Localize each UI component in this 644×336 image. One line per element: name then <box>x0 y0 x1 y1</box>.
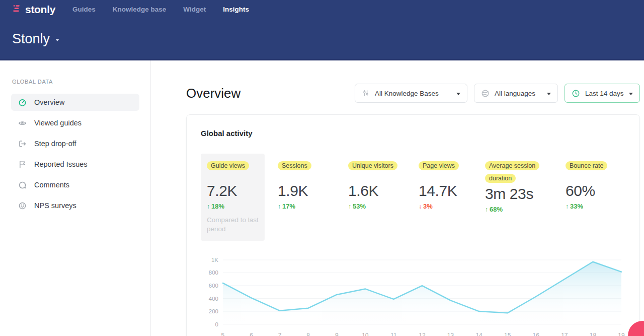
svg-text:16: 16 <box>533 332 540 336</box>
metric-unique-visitors[interactable]: Unique visitors 1.6K ↑53% <box>342 154 406 217</box>
sidebar-item-reported-issues[interactable]: Reported Issues <box>11 156 139 173</box>
main-content: Overview All Knowledge Bases <box>151 60 644 336</box>
svg-text:7: 7 <box>278 332 282 336</box>
metric-value: 1.9K <box>278 182 329 199</box>
svg-text:600: 600 <box>209 283 218 289</box>
eye-icon <box>18 119 27 127</box>
svg-text:15: 15 <box>504 332 511 336</box>
nav-item-guides[interactable]: Guides <box>72 6 96 13</box>
app-header: stonly Guides Knowledge base Widget Insi… <box>0 0 644 60</box>
svg-text:1K: 1K <box>211 257 218 263</box>
svg-text:400: 400 <box>209 296 218 302</box>
sidebar-item-comments[interactable]: Comments <box>11 176 139 193</box>
metric-label: Unique visitors <box>348 161 397 170</box>
title-row: Overview All Knowledge Bases <box>186 84 640 103</box>
workspace-title: Stonly <box>12 31 50 47</box>
date-range-filter[interactable]: Last 14 days <box>565 84 640 103</box>
stonly-mark-icon <box>12 4 22 16</box>
metrics-row: Guide views 7.2K ↑18% Compared to last p… <box>201 154 625 241</box>
chevron-down-icon <box>456 93 460 95</box>
workspace-row: Stonly <box>0 19 644 59</box>
trend-arrow-icon: ↑ <box>566 203 569 210</box>
nav-item-insights[interactable]: Insights <box>223 6 249 13</box>
metric-value: 7.2K <box>207 182 259 199</box>
logo-text: stonly <box>25 4 55 16</box>
metric-delta: ↑53% <box>348 203 399 210</box>
nav-item-knowledge-base[interactable]: Knowledge base <box>113 6 167 13</box>
svg-text:200: 200 <box>209 309 218 315</box>
svg-text:5: 5 <box>221 332 225 336</box>
activity-area-chart[interactable]: 02004006008001K5678910111213141516171819 <box>201 254 625 336</box>
comment-icon <box>18 181 27 189</box>
globe-icon <box>481 89 490 98</box>
metric-delta: ↑33% <box>566 203 617 210</box>
metric-delta: ↑68% <box>485 206 546 213</box>
svg-text:13: 13 <box>447 332 454 336</box>
svg-text:10: 10 <box>362 332 369 336</box>
metric-label: Page views <box>419 161 459 170</box>
sidebar-item-label: Reported Issues <box>34 160 88 168</box>
knowledge-bases-filter[interactable]: All Knowledge Bases <box>355 84 467 103</box>
metric-value: 3m 23s <box>485 185 546 203</box>
chart-canvas: 02004006008001K5678910111213141516171819 <box>201 254 625 336</box>
svg-text:19: 19 <box>618 332 625 336</box>
workspace-switcher[interactable]: Stonly <box>12 31 59 47</box>
metric-page-views[interactable]: Page views 14.7K ↓3% <box>413 154 472 217</box>
smiley-icon <box>18 201 27 210</box>
app-body: GLOBAL DATA Overview Viewed guides <box>0 60 644 336</box>
svg-text:12: 12 <box>419 332 426 336</box>
metric-label: Guide views <box>207 161 249 170</box>
flag-icon <box>18 160 27 169</box>
trend-arrow-icon: ↑ <box>485 206 488 213</box>
svg-text:8: 8 <box>306 332 310 336</box>
sidebar-item-viewed-guides[interactable]: Viewed guides <box>11 114 139 131</box>
filters: All Knowledge Bases All languages <box>355 84 640 103</box>
metric-delta: ↑18% <box>207 203 259 210</box>
svg-text:14: 14 <box>475 332 482 336</box>
sidebar-item-label: Step drop-off <box>34 140 76 148</box>
sidebar-item-nps-surveys[interactable]: NPS surveys <box>11 197 139 214</box>
top-navigation: stonly Guides Knowledge base Widget Insi… <box>0 0 644 19</box>
metric-label: Bounce rate <box>566 161 607 170</box>
trend-arrow-icon: ↑ <box>207 203 210 210</box>
nav-item-widget[interactable]: Widget <box>183 6 206 13</box>
metric-sessions[interactable]: Sessions 1.9K ↑17% <box>272 154 335 217</box>
metric-delta: ↓3% <box>419 203 466 210</box>
metric-bounce-rate[interactable]: Bounce rate 60% ↑33% <box>559 154 623 217</box>
global-activity-card: Global activity Guide views 7.2K ↑18% Co… <box>186 114 640 336</box>
trend-arrow-icon: ↓ <box>419 203 422 210</box>
app-root: stonly Guides Knowledge base Widget Insi… <box>0 0 644 336</box>
svg-text:11: 11 <box>390 332 397 336</box>
chevron-down-icon <box>55 39 59 41</box>
sidebar-item-label: Overview <box>34 98 64 106</box>
svg-text:0: 0 <box>215 321 218 327</box>
trend-arrow-icon: ↑ <box>348 203 351 210</box>
sidebar-section-label: GLOBAL DATA <box>12 79 139 85</box>
sidebar-item-step-drop-off[interactable]: Step drop-off <box>11 135 139 152</box>
gauge-icon <box>18 98 27 107</box>
metric-value: 60% <box>566 182 617 199</box>
clock-icon <box>572 89 580 98</box>
svg-text:18: 18 <box>590 332 597 336</box>
chevron-down-icon <box>547 93 551 95</box>
card-title: Global activity <box>201 129 625 138</box>
metric-guide-views[interactable]: Guide views 7.2K ↑18% Compared to last p… <box>201 154 265 241</box>
metric-label: Sessions <box>278 161 311 170</box>
chevron-down-icon <box>629 93 633 95</box>
svg-text:9: 9 <box>335 332 339 336</box>
metric-avg-session-duration[interactable]: Average session duration 3m 23s ↑68% <box>479 154 552 220</box>
sidebar-item-overview[interactable]: Overview <box>11 94 139 111</box>
svg-text:6: 6 <box>250 332 253 336</box>
languages-filter[interactable]: All languages <box>474 84 558 103</box>
filter-label: Last 14 days <box>585 90 624 97</box>
nav-items: Guides Knowledge base Widget Insights <box>72 6 249 13</box>
metric-label: Average session duration <box>485 161 539 183</box>
step-exit-icon <box>18 140 27 148</box>
sidebar-item-label: Comments <box>34 181 69 189</box>
sidebar: GLOBAL DATA Overview Viewed guides <box>0 60 151 336</box>
page-title: Overview <box>186 86 240 101</box>
sidebar-item-label: Viewed guides <box>34 119 82 127</box>
filter-label: All languages <box>495 90 535 97</box>
stonly-logo[interactable]: stonly <box>12 4 55 16</box>
svg-text:800: 800 <box>209 270 218 276</box>
